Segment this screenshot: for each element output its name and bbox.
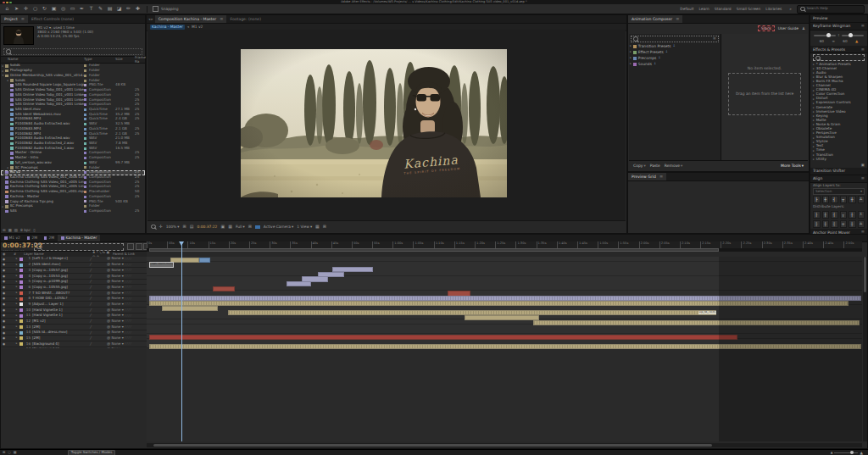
- project-item-row[interactable]: P1040682 Audio Extracted_1.wav WAV 16.5 …: [1, 146, 145, 151]
- timeline-tab[interactable]: 2M: [41, 235, 58, 241]
- zoom-tool-icon[interactable]: [151, 225, 156, 230]
- status-bar-icon[interactable]: ⊞: [3, 451, 5, 455]
- layer-row[interactable]: ◉ ▸ 7 T SO WHAT... ABOUT? ╱ @ None ▾ ╱╱╱…: [1, 291, 147, 297]
- twirl-icon[interactable]: ▸: [14, 264, 19, 267]
- more-tools-button[interactable]: More Tools▾: [781, 164, 804, 168]
- label-color-swatch[interactable]: [19, 302, 23, 306]
- view-layout-select[interactable]: 1 View▾: [297, 225, 312, 229]
- twirl-icon[interactable]: ▸: [630, 62, 632, 65]
- label-color-swatch[interactable]: [19, 297, 23, 301]
- distribute-button[interactable]: ┨: [831, 211, 838, 219]
- composer-search-settings-icon[interactable]: ≡: [713, 36, 716, 42]
- layer-row[interactable]: ◉ ▸ 5 [Copy o...p1099.jpg] ╱ @ None ▾ ╱╱…: [1, 280, 147, 286]
- effects-presets-header[interactable]: Effects & Presets≡: [810, 46, 867, 53]
- parent-link-cell[interactable]: @ None ▾ ╱╱╱╱: [107, 269, 147, 273]
- layer-name[interactable]: [Background 4]: [32, 342, 90, 347]
- layer-row[interactable]: ◉ ▸ 6 [Copy o...10555.jpg] ╱ @ None ▾ ╱╱…: [1, 285, 147, 291]
- layer-name[interactable]: [Left 1...r b Image c]: [32, 257, 90, 261]
- project-item-row[interactable]: SAS Rounded Square Logo_Square Logo copy…: [1, 83, 145, 88]
- composer-search-field[interactable]: ≡: [631, 36, 719, 42]
- layer-duration-bar[interactable]: [SAS Ident.mov]: [149, 262, 174, 267]
- layer-switches[interactable]: ╱: [90, 331, 107, 335]
- visibility-icon[interactable]: ◉: [1, 302, 14, 306]
- layer-row[interactable]: ◉ ▸ 9 [Adjust... Layer 1] ╱ @ None ▾ ╱╱╱…: [1, 302, 147, 308]
- twirl-icon[interactable]: ▸: [630, 56, 632, 59]
- label-color-swatch[interactable]: [19, 342, 23, 346]
- project-item-row[interactable]: SAS Composition 25: [1, 209, 145, 214]
- layer-name[interactable]: [Background 6]: [32, 347, 90, 348]
- parent-link-cell[interactable]: @ None ▾ ╱╱╱╱: [107, 297, 147, 301]
- layer-row[interactable]: ◉ ▸ 3 [Copy o...10557.jpg] ╱ @ None ▾ ╱╱…: [1, 268, 147, 274]
- parent-link-cell[interactable]: @ None ▾ ╱╱╱╱: [107, 275, 147, 279]
- tool-icon[interactable]: ↻: [41, 6, 48, 12]
- timeline-tab[interactable]: Kachina - Master: [58, 235, 100, 241]
- tool-icon[interactable]: ◪: [115, 6, 123, 12]
- visibility-icon[interactable]: ◉: [1, 280, 14, 283]
- visibility-icon[interactable]: ◉: [1, 308, 14, 312]
- layer-duration-bar[interactable]: [170, 258, 199, 263]
- layer-switches[interactable]: ╱: [90, 308, 107, 312]
- viewer-back-icon[interactable]: ◂: [148, 17, 150, 21]
- label-color-swatch[interactable]: [19, 331, 23, 335]
- work-area-bar[interactable]: [147, 248, 862, 252]
- layer-switches[interactable]: ╱: [90, 275, 107, 278]
- tool-icon[interactable]: ➤: [13, 6, 20, 12]
- distribute-button[interactable]: ╟: [813, 220, 821, 228]
- layer-row[interactable]: ◉ ▸ 11 [Hard Vignette 1] ╱ @ None ▾ ╱╱╱╱: [1, 314, 147, 319]
- show-snapshot-icon[interactable]: ▦: [228, 225, 232, 230]
- layer-name[interactable]: [2M]: [32, 325, 90, 330]
- layer-duration-bar[interactable]: [149, 335, 737, 340]
- workspace-button[interactable]: Libraries: [763, 7, 784, 11]
- parent-link-cell[interactable]: @ None ▾ ╱╱╱╱: [107, 314, 147, 318]
- layer-row[interactable]: ◉ ▸ 17 [Background 6] ╱ @ None ▾ ╱╱╱╱: [1, 347, 147, 348]
- parent-link-cell[interactable]: @ None ▾ ╱╱╱╱: [107, 286, 147, 290]
- composition-canvas[interactable]: Kachina THE SPIRIT OF FREEDOM: [147, 30, 626, 220]
- tab-effect-controls[interactable]: Effect Controls (none): [28, 15, 77, 23]
- workspace-button[interactable]: Small Screen: [734, 7, 764, 11]
- magnification-select[interactable]: 100%▾: [166, 225, 180, 229]
- timeline-button-icon[interactable]: ⊞: [323, 225, 326, 230]
- panel-menu-icon[interactable]: ≡: [659, 175, 663, 180]
- layer-name[interactable]: [Hard Vignette 1]: [32, 314, 90, 318]
- panel-menu-icon[interactable]: ≡: [21, 17, 25, 22]
- timeline-search-field[interactable]: [34, 243, 124, 251]
- distribute-button[interactable]: ╫: [849, 220, 856, 228]
- shy-layers-icon[interactable]: [136, 243, 142, 250]
- align-button[interactable]: ╋: [822, 196, 830, 203]
- visibility-icon[interactable]: ◉: [1, 297, 14, 300]
- composer-tree-item[interactable]: ▸ Transition Presets ↓: [630, 43, 720, 49]
- status-bar-icon[interactable]: ○: [8, 451, 11, 455]
- twirl-icon[interactable]: ▸: [14, 280, 19, 284]
- layer-duration-bar[interactable]: [162, 306, 218, 311]
- twirl-icon[interactable]: ▸: [14, 331, 19, 335]
- align-button[interactable]: ╋: [849, 196, 856, 203]
- snapping-checkbox[interactable]: [153, 6, 159, 12]
- mask-visibility-icon[interactable]: ▤: [190, 225, 194, 230]
- resolution-select[interactable]: Full▾: [236, 225, 245, 229]
- parent-link-cell[interactable]: @ None ▾ ╱╱╱╱: [107, 302, 147, 307]
- layer-row[interactable]: ◉ ▸ 16 [Background 4] ╱ @ None ▾ ╱╱╱╱: [1, 341, 147, 347]
- parent-link-cell[interactable]: @ None ▾ ╱╱╱╱: [107, 330, 147, 335]
- twirl-icon[interactable]: ▸: [14, 308, 19, 312]
- tool-icon[interactable]: T: [87, 6, 95, 12]
- visibility-icon[interactable]: ◉: [1, 291, 14, 295]
- visibility-icon[interactable]: ◉: [1, 325, 14, 329]
- workspace-button[interactable]: Default: [677, 7, 696, 11]
- workspace-button[interactable]: Standard: [712, 7, 734, 11]
- project-footer-icon[interactable]: 8 bpc: [20, 228, 31, 232]
- layer-name[interactable]: [Copy o...p1099.jpg]: [32, 280, 90, 284]
- layer-switches[interactable]: ╱: [90, 258, 107, 261]
- visibility-icon[interactable]: ◉: [1, 258, 14, 261]
- tool-icon[interactable]: ▤: [106, 6, 114, 12]
- viewer-fwd-icon[interactable]: ▸: [151, 17, 153, 21]
- visibility-icon[interactable]: ◉: [1, 286, 14, 289]
- parent-link-cell[interactable]: @ None ▾ ╱╱╱╱: [107, 325, 147, 330]
- align-header[interactable]: Align≡: [810, 175, 867, 183]
- twirl-icon[interactable]: ▸: [14, 286, 19, 289]
- twirl-icon[interactable]: ▸: [630, 44, 632, 47]
- viewer-timecode[interactable]: 0:00:37:22: [197, 225, 217, 229]
- label-color-swatch[interactable]: [19, 325, 23, 329]
- twirl-icon[interactable]: ▸: [14, 325, 19, 329]
- layer-row[interactable]: ◉ ▸ 1 [Left 1...r b Image c] ╱ @ None ▾ …: [1, 257, 147, 263]
- visibility-icon[interactable]: ◉: [1, 275, 14, 278]
